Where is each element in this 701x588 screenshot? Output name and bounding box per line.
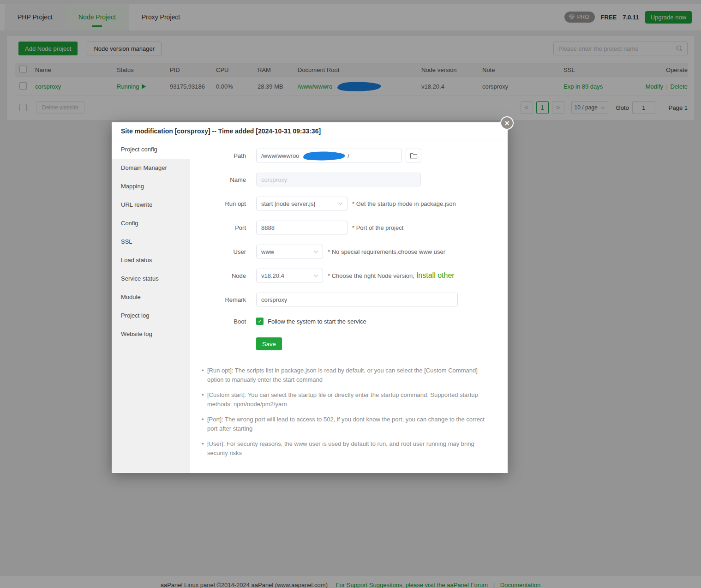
user-hint: * No special requirements,choose www use…: [328, 248, 445, 255]
form-notes: [Run opt]: The scripts list in package.j…: [202, 366, 489, 458]
browse-folder-button[interactable]: [406, 149, 421, 162]
boot-label: Boot: [190, 318, 256, 325]
name-label: Name: [190, 176, 256, 183]
run-opt-value: start [node server.js]: [261, 200, 315, 207]
remark-label: Remark: [190, 296, 256, 303]
port-input[interactable]: [256, 221, 348, 234]
redaction-scribble: [297, 150, 350, 161]
close-icon[interactable]: ✕: [500, 116, 514, 130]
note-custom-start: [Custom start]: You can select the start…: [202, 390, 489, 409]
run-opt-select[interactable]: start [node server.js]: [256, 197, 348, 210]
chevron-down-icon: [313, 250, 318, 253]
port-hint: * Port of the project: [352, 224, 403, 231]
menu-item-config[interactable]: Config: [112, 214, 190, 233]
boot-checkbox[interactable]: ✓: [256, 318, 264, 325]
node-version-value-selected: v18.20.4: [261, 272, 284, 279]
menu-item-service-status[interactable]: Service status: [112, 270, 190, 288]
menu-item-website-log[interactable]: Website log: [112, 325, 190, 343]
path-label: Path: [190, 152, 256, 159]
menu-item-project-config[interactable]: Project config: [112, 140, 190, 159]
node-version-select[interactable]: v18.20.4: [256, 269, 323, 282]
path-input[interactable]: /www/wwwroo /: [256, 149, 402, 162]
user-select[interactable]: www: [256, 245, 323, 258]
modal-menu: Project config Domain Manager Mapping UR…: [112, 140, 190, 473]
remark-input[interactable]: [256, 293, 458, 306]
user-value: www: [261, 248, 274, 255]
note-port: [Port]: The wrong port will lead to acce…: [202, 415, 489, 433]
site-modification-modal: ✕ Site modification [corsproxy] -- Time …: [112, 122, 508, 473]
menu-item-load-status[interactable]: Load status: [112, 251, 190, 270]
run-opt-hint: * Get the startup mode in package.json: [352, 200, 456, 207]
chevron-down-icon: [338, 202, 343, 205]
path-value-text: /www/wwwroo: [261, 152, 299, 159]
name-input: [256, 173, 421, 186]
node-hint: * Choose the right Node version,: [328, 272, 414, 279]
menu-item-mapping[interactable]: Mapping: [112, 177, 190, 196]
install-other-link[interactable]: Install other: [416, 271, 455, 280]
menu-item-url-rewrite[interactable]: URL rewrite: [112, 196, 190, 214]
note-user: [User]: For security reasons, the www us…: [202, 439, 489, 458]
menu-item-ssl[interactable]: SSL: [112, 233, 190, 251]
menu-item-module[interactable]: Module: [112, 288, 190, 306]
user-label: User: [190, 248, 256, 255]
menu-item-project-log[interactable]: Project log: [112, 306, 190, 325]
boot-checkbox-text: Follow the system to start the service: [268, 318, 366, 325]
project-config-form: Path /www/wwwroo /: [190, 140, 508, 473]
save-button[interactable]: Save: [256, 337, 282, 350]
run-opt-label: Run opt: [190, 200, 256, 207]
modal-title: Site modification [corsproxy] -- Time ad…: [112, 122, 508, 140]
note-run-opt: [Run opt]: The scripts list in package.j…: [202, 366, 489, 384]
node-label: Node: [190, 272, 256, 279]
menu-item-domain-manager[interactable]: Domain Manager: [112, 159, 190, 177]
chevron-down-icon: [313, 274, 318, 277]
aapanel-screen: PHP Project Node Project Proxy Project P…: [0, 0, 701, 588]
port-label: Port: [190, 224, 256, 231]
path-suffix-text: /: [348, 152, 349, 159]
folder-icon: [410, 152, 418, 159]
